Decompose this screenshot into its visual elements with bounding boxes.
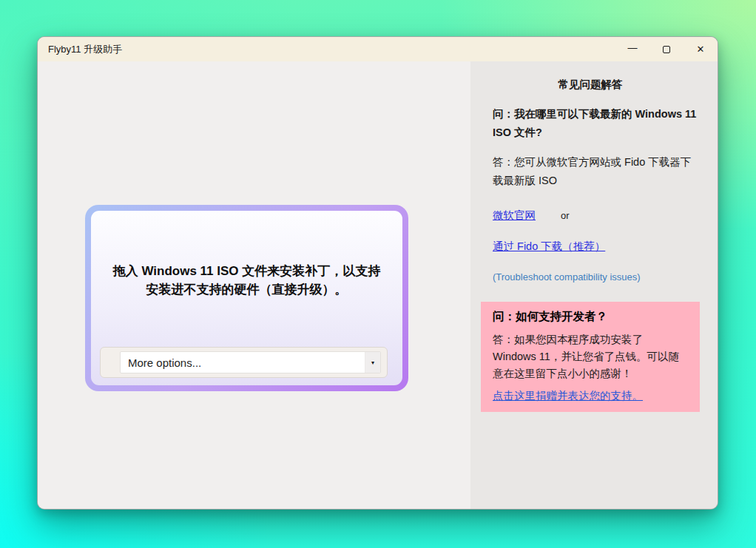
donate-link[interactable]: 点击这里捐赠并表达您的支持。 [493, 389, 643, 403]
faq-question-1: 问：我在哪里可以下载最新的 Windows 11 ISO 文件? [481, 105, 700, 143]
desktop-background: { "window": { "title": "Flyby11 升级助手", "… [0, 0, 756, 548]
support-question: 问：如何支持开发者？ [493, 309, 688, 325]
window-controls: — ✕ [615, 37, 718, 61]
main-panel: 拖入 Windows 11 ISO 文件来安装补丁，以支持安装进不支持的硬件（直… [38, 61, 470, 510]
iso-dropzone[interactable]: 拖入 Windows 11 ISO 文件来安装补丁，以支持安装进不支持的硬件（直… [85, 205, 408, 391]
fido-download-link[interactable]: 通过 Fido 下载（推荐） [493, 240, 605, 254]
titlebar: Flyby11 升级助手 — ✕ [38, 37, 718, 61]
options-combo-container: More options... ▾ [100, 347, 388, 378]
troubleshoot-row: (Troubleshoot compatibility issues) [481, 271, 700, 283]
dropdown-arrow-button[interactable]: ▾ [365, 352, 380, 373]
microsoft-official-link[interactable]: 微软官网 [493, 209, 536, 223]
minimize-button[interactable]: — [615, 37, 649, 61]
maximize-button[interactable] [649, 37, 684, 61]
troubleshoot-compatibility-link[interactable]: (Troubleshoot compatibility issues) [493, 271, 641, 283]
chevron-down-icon: ▾ [371, 359, 374, 366]
faq-sidebar: 常见问题解答 问：我在哪里可以下载最新的 Windows 11 ISO 文件? … [470, 61, 718, 510]
iso-dropzone-inner: 拖入 Windows 11 ISO 文件来安装补丁，以支持安装进不支持的硬件（直… [91, 211, 402, 385]
more-options-value: More options... [121, 352, 365, 373]
maximize-icon [663, 46, 670, 53]
window-title: Flyby11 升级助手 [38, 43, 122, 56]
support-answer: 答：如果您因本程序成功安装了 Windows 11，并让您省了点钱。可以随意在这… [493, 331, 688, 383]
support-developer-box: 问：如何支持开发者？ 答：如果您因本程序成功安装了 Windows 11，并让您… [481, 302, 700, 413]
drop-instruction-text: 拖入 Windows 11 ISO 文件来安装补丁，以支持安装进不支持的硬件（直… [109, 263, 383, 299]
microsoft-link-row: 微软官网 or [481, 209, 700, 223]
close-button[interactable]: ✕ [684, 37, 718, 61]
or-label: or [561, 210, 570, 221]
faq-heading: 常见问题解答 [481, 78, 700, 92]
app-window: Flyby11 升级助手 — ✕ 拖入 Windows 11 ISO 文件来安装… [37, 36, 718, 510]
close-icon: ✕ [697, 44, 705, 54]
fido-link-row: 通过 Fido 下载（推荐） [481, 240, 700, 254]
more-options-dropdown[interactable]: More options... ▾ [120, 351, 381, 373]
minimize-icon: — [628, 43, 638, 53]
faq-answer-1: 答：您可从微软官方网站或 Fido 下载器下载最新版 ISO [481, 153, 700, 191]
window-body: 拖入 Windows 11 ISO 文件来安装补丁，以支持安装进不支持的硬件（直… [38, 61, 718, 510]
